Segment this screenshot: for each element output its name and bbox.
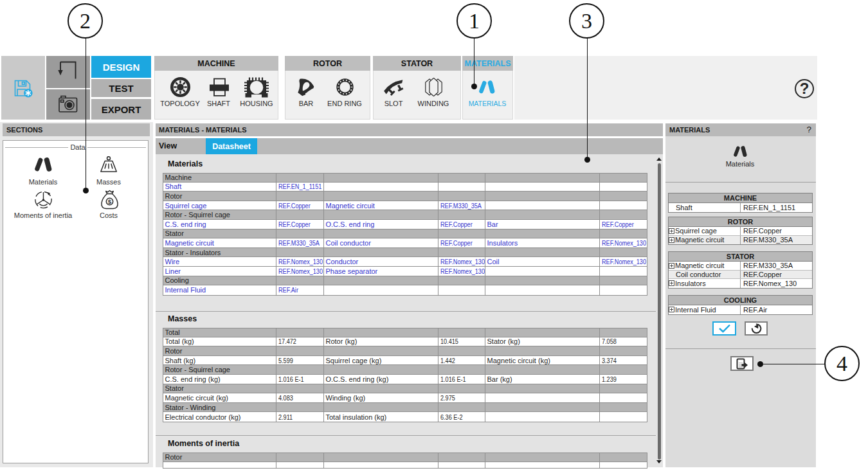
svg-text:$: $ xyxy=(108,198,112,205)
